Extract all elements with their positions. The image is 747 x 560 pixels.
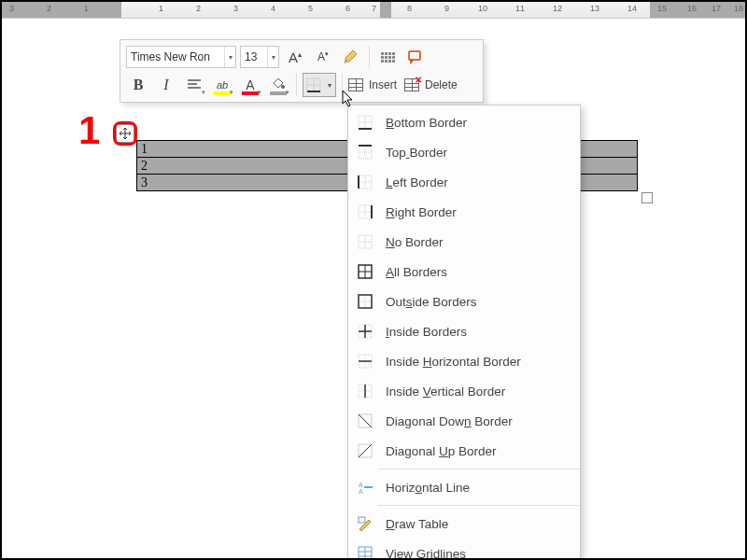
menu-item-label: Right Border: [386, 205, 457, 219]
mouse-cursor-icon: [342, 90, 355, 108]
shading-button[interactable]: [266, 73, 290, 97]
svg-line-51: [359, 444, 372, 457]
menu-item-label: Diagonal Up Border: [386, 444, 497, 458]
chevron-down-icon[interactable]: ▾: [267, 47, 278, 67]
bold-button[interactable]: B: [126, 73, 150, 97]
menu-item-ddown[interactable]: Diagonal Down Border: [348, 406, 580, 436]
menu-item-label: Inside Vertical Border: [386, 385, 505, 399]
menu-item-label: Bottom Border: [386, 116, 467, 130]
all-border-icon: [356, 263, 374, 280]
highlight-button[interactable]: ab: [210, 73, 234, 97]
menu-item-draw[interactable]: Draw Table: [348, 509, 580, 539]
dup-border-icon: [356, 442, 374, 459]
menu-item-label: Inside Horizontal Border: [386, 355, 521, 369]
font-size-value: 13: [241, 50, 267, 63]
svg-text:A: A: [359, 482, 363, 488]
menu-item-label: Diagonal Down Border: [386, 414, 513, 428]
font-size-selector[interactable]: 13 ▾: [240, 46, 279, 68]
bottom-border-icon: [356, 114, 374, 131]
chevron-down-icon[interactable]: ▾: [324, 74, 335, 96]
menu-item-all[interactable]: All Borders: [348, 257, 580, 287]
svg-text:A: A: [359, 488, 363, 495]
right-border-icon: [356, 203, 374, 220]
svg-line-49: [359, 414, 372, 427]
menu-item-left[interactable]: Left Border: [348, 167, 580, 197]
menu-item-label: View Gridlines: [386, 547, 466, 561]
menu-item-label: Horizontal Line: [386, 481, 470, 495]
ihoriz-border-icon: [356, 353, 374, 370]
menu-item-inside[interactable]: Inside Borders: [348, 316, 580, 346]
borders-icon[interactable]: [303, 74, 324, 96]
menu-item-dup[interactable]: Diagonal Up Border: [348, 436, 580, 466]
menu-item-label: Inside Borders: [386, 325, 467, 339]
menu-item-none[interactable]: No Border: [348, 227, 580, 257]
delete-label: Delete: [421, 78, 461, 91]
menu-item-right[interactable]: Right Border: [348, 197, 580, 227]
left-border-icon: [356, 174, 374, 190]
font-name-selector[interactable]: Times New Ron ▾: [126, 46, 236, 68]
borders-split-button[interactable]: ▾: [303, 73, 336, 97]
menu-item-label: Draw Table: [386, 517, 448, 531]
menu-item-outside[interactable]: Outside Borders: [348, 287, 580, 316]
horizontal-ruler: 3 2 1 1 2 3 4 5 6 7 8 9 10 11 12 13 14 1…: [2, 2, 745, 19]
format-painter-button[interactable]: [339, 45, 363, 69]
document-area: Times New Ron ▾ 13 ▾ A▴ A▾ B I: [2, 19, 745, 558]
menu-item-label: Left Border: [386, 175, 448, 189]
annotation-1-box: [113, 121, 137, 146]
italic-button[interactable]: I: [154, 73, 178, 97]
svg-rect-0: [409, 51, 420, 60]
draw-border-icon: [356, 515, 374, 532]
menu-item-label: Top Border: [386, 146, 447, 160]
top-border-icon: [356, 144, 374, 161]
mini-toolbar: Times New Ron ▾ 13 ▾ A▴ A▾ B I: [120, 39, 484, 103]
svg-point-1: [281, 85, 285, 89]
insert-label: Insert: [365, 78, 401, 91]
ivert-border-icon: [356, 383, 374, 399]
menu-item-ihoriz[interactable]: Inside Horizontal Border: [348, 346, 580, 376]
menu-item-label: Outside Borders: [386, 295, 477, 309]
table-delete-icon: ✕: [404, 78, 419, 91]
menu-item-hline[interactable]: AAHorizontal Line: [348, 472, 580, 502]
hline-border-icon: AA: [356, 479, 374, 496]
shrink-font-button[interactable]: A▾: [311, 45, 335, 69]
font-color-button[interactable]: A: [238, 73, 262, 97]
align-button[interactable]: [182, 73, 206, 97]
ddown-border-icon: [356, 413, 374, 429]
chevron-down-icon[interactable]: ▾: [224, 47, 235, 67]
outside-border-icon: [356, 293, 374, 310]
styles-button[interactable]: [375, 45, 400, 69]
grid-border-icon: [356, 545, 374, 560]
borders-dropdown-menu: Bottom BorderTop BorderLeft BorderRight …: [347, 105, 581, 560]
table-resize-handle[interactable]: [641, 192, 653, 203]
inside-border-icon: [356, 323, 374, 340]
menu-item-ivert[interactable]: Inside Vertical Border: [348, 376, 580, 406]
menu-item-top[interactable]: Top Border: [348, 137, 580, 167]
menu-item-grid[interactable]: View Gridlines: [348, 539, 580, 560]
new-comment-button[interactable]: [403, 45, 428, 69]
menu-item-label: All Borders: [386, 265, 447, 279]
grow-font-button[interactable]: A▴: [283, 45, 307, 69]
annotation-1: 1: [78, 108, 100, 153]
menu-item-bottom[interactable]: Bottom Border: [348, 107, 580, 137]
font-name-value: Times New Ron: [127, 50, 224, 63]
svg-rect-55: [359, 517, 365, 523]
delete-table-button[interactable]: ✕: [404, 78, 419, 91]
menu-item-label: No Border: [386, 235, 444, 249]
none-border-icon: [356, 233, 374, 250]
